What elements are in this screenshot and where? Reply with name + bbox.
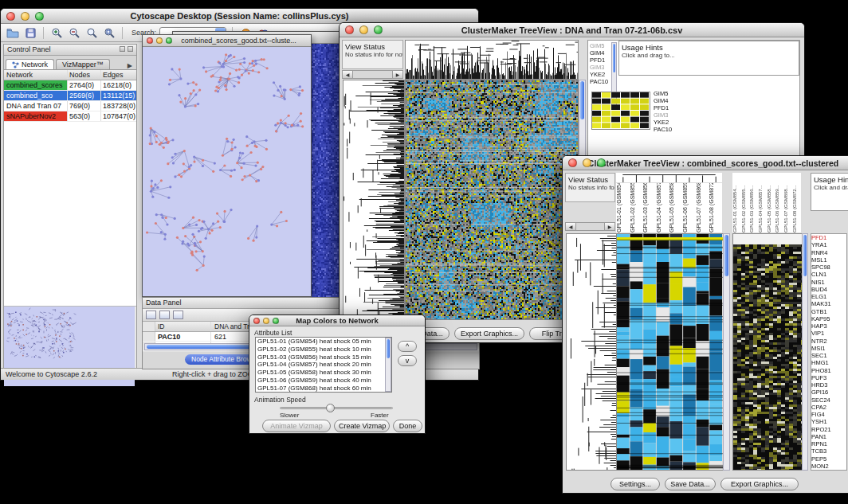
scrollbar-thumb[interactable] <box>724 235 728 276</box>
minimize-icon[interactable] <box>263 318 269 324</box>
matrix-label[interactable]: GIM4 <box>654 97 681 104</box>
close-panel-icon[interactable] <box>128 46 133 52</box>
maximize-icon[interactable] <box>273 318 279 324</box>
gene-label[interactable]: SPC98 <box>811 264 846 271</box>
gene-label[interactable]: NTR2 <box>811 338 846 345</box>
gene-label[interactable]: GIM5 <box>590 42 610 49</box>
summary-matrix-canvas[interactable] <box>591 92 650 130</box>
gene-label[interactable]: CPA2 <box>811 404 846 411</box>
heatmap2-v-scrollbar[interactable] <box>802 233 808 471</box>
network-name[interactable]: combined_sco <box>4 91 68 100</box>
slider-thumb[interactable] <box>326 404 335 412</box>
matrix-label[interactable]: PFD1 <box>654 104 681 111</box>
done-button[interactable]: Done <box>393 420 422 432</box>
gene-label[interactable]: YKE2 <box>590 71 610 78</box>
network-name[interactable]: combined_scores <box>4 80 68 90</box>
open-folder-icon[interactable] <box>6 26 20 40</box>
gene-label[interactable]: VIP1 <box>811 330 846 337</box>
scroll-left-icon[interactable]: ◀ <box>343 71 353 78</box>
dialog-titlebar[interactable]: Map Colors to Network <box>249 315 425 326</box>
network-view-window[interactable]: combined_scores_good.txt--cluste... <box>142 34 312 297</box>
gene-label[interactable]: RPN1 <box>811 440 846 447</box>
gene-label[interactable]: ELG1 <box>811 293 846 300</box>
attribute-item[interactable]: GPL51-02 (GSM855) heat shock 10 min <box>256 346 391 354</box>
scrollbar-thumb[interactable] <box>387 339 390 358</box>
gene-label[interactable]: TCB3 <box>811 447 846 455</box>
minimize-icon[interactable] <box>156 37 163 44</box>
maximize-icon[interactable] <box>166 37 172 44</box>
gene-label[interactable]: RNR4 <box>811 249 846 256</box>
gene-label[interactable]: HAP3 <box>811 322 846 330</box>
col-network[interactable]: Network <box>4 70 68 80</box>
zoom-fit-icon[interactable] <box>102 26 116 40</box>
gene-label[interactable]: HRD3 <box>811 381 846 389</box>
gene-label[interactable]: MSL1 <box>811 256 846 264</box>
attribute-item[interactable]: GPL51-03 (GSM856) heat shock 15 min <box>256 354 391 361</box>
tree-h-scrollbar[interactable]: ◀ ▶ <box>565 222 615 231</box>
export-graphics-button[interactable]: Export Graphics... <box>454 327 524 340</box>
gene-label[interactable]: PAN1 <box>811 433 846 440</box>
gene-label[interactable]: YRA1 <box>811 241 846 248</box>
import-attribute-icon[interactable] <box>173 311 183 319</box>
gene-label[interactable]: MON2 <box>811 463 846 470</box>
matrix-label[interactable]: YKE2 <box>654 119 681 126</box>
gene-label[interactable]: HMG1 <box>811 359 846 366</box>
list-v-scrollbar[interactable] <box>385 338 391 392</box>
close-icon[interactable] <box>568 158 577 167</box>
matrix-label[interactable]: GIM3 <box>654 111 681 119</box>
gene-label[interactable]: SEC1 <box>811 352 846 359</box>
maximize-icon[interactable] <box>374 25 383 34</box>
gene-label[interactable]: MAK31 <box>811 300 846 307</box>
gene-label[interactable]: GPI16 <box>811 389 846 396</box>
gene-label[interactable]: NIS1 <box>811 279 846 286</box>
tab-vizmapper[interactable]: VizMapper™ <box>56 59 110 69</box>
network-tree-area[interactable] <box>4 122 136 307</box>
matrix-label[interactable]: GIM5 <box>654 90 681 97</box>
animation-speed-slider[interactable] <box>280 407 393 409</box>
scroll-right-icon[interactable]: ▶ <box>392 71 402 78</box>
heatmap-canvas[interactable] <box>405 80 579 320</box>
column-dendrogram-canvas[interactable] <box>405 40 579 80</box>
gene-label[interactable]: GTB1 <box>811 308 846 315</box>
minimize-icon[interactable] <box>359 25 368 34</box>
export-graphics-button[interactable]: Export Graphics... <box>720 478 799 490</box>
subwindow-titlebar[interactable]: combined_scores_good.txt--cluste... <box>143 35 311 47</box>
gene-label[interactable]: GIM4 <box>590 49 610 57</box>
gene-label[interactable]: SEC24 <box>811 397 846 404</box>
row-dendrogram-canvas[interactable] <box>343 80 405 320</box>
gene-label[interactable]: YSH1 <box>811 418 846 425</box>
network-canvas[interactable] <box>143 47 311 296</box>
attribute-item[interactable]: GPL51-05 (GSM858) heat shock 30 min <box>256 369 391 377</box>
minimize-icon[interactable] <box>21 12 29 21</box>
select-attributes-icon[interactable] <box>146 311 156 319</box>
create-vizmap-button[interactable]: Create Vizmap <box>334 420 390 432</box>
gene-label[interactable]: PUF3 <box>811 374 846 381</box>
scrollbar-thumb[interactable] <box>803 235 807 276</box>
move-up-button[interactable]: ^ <box>398 341 417 352</box>
move-down-button[interactable]: v <box>398 355 417 366</box>
animate-vizmap-button[interactable]: Animate Vizmap <box>262 420 331 432</box>
col-edges[interactable]: Edges <box>101 70 136 80</box>
close-icon[interactable] <box>345 25 354 34</box>
attribute-item[interactable]: GPL51-06 (GSM859) heat shock 40 min <box>256 377 391 385</box>
gene-label[interactable]: PFD1 <box>811 234 846 241</box>
row-dendrogram-canvas[interactable] <box>566 233 617 471</box>
maximize-icon[interactable] <box>597 158 606 167</box>
col-id[interactable]: ID <box>155 322 211 331</box>
attribute-item[interactable]: GPL51-07 (GSM868) heat shock 60 min <box>256 385 391 393</box>
network-row[interactable]: DNA and Tran 07 769(0) 183728(0) <box>4 101 136 111</box>
scrollbar-thumb[interactable] <box>613 44 615 72</box>
heatmap-canvas[interactable] <box>616 233 724 471</box>
matrix-label[interactable]: PAC10 <box>654 126 681 133</box>
zoom-in-icon[interactable] <box>49 26 64 40</box>
gene-label[interactable]: MSI1 <box>811 345 846 352</box>
zoom-actual-icon[interactable] <box>84 26 99 40</box>
minimize-icon[interactable] <box>583 158 591 167</box>
network-row[interactable]: combined_scores 2764(0) 16218(0) <box>4 80 136 91</box>
scroll-left-icon[interactable]: ◀ <box>566 223 576 230</box>
close-icon[interactable] <box>147 37 153 44</box>
heatmap-v-scrollbar[interactable] <box>723 233 730 471</box>
save-disk-icon[interactable] <box>23 26 37 40</box>
cell-id[interactable]: PAC10 <box>155 332 211 341</box>
close-icon[interactable] <box>253 318 260 324</box>
